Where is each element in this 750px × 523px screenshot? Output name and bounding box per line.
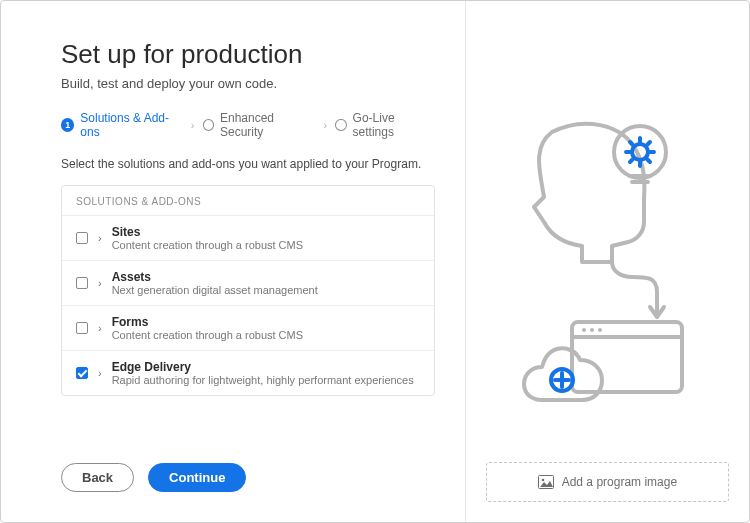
breadcrumb-step-security[interactable]: Enhanced Security	[203, 111, 316, 139]
chevron-right-icon[interactable]: ›	[98, 322, 102, 334]
chevron-right-icon: ›	[191, 119, 195, 131]
solution-text: Assets Next generation digital asset man…	[112, 270, 318, 296]
solution-text: Sites Content creation through a robust …	[112, 225, 303, 251]
step-circle-icon	[335, 119, 346, 131]
step-number-icon: 1	[61, 118, 74, 132]
left-panel: Set up for production Build, test and de…	[1, 1, 465, 522]
breadcrumb-label: Go-Live settings	[353, 111, 435, 139]
step-circle-icon	[203, 119, 214, 131]
breadcrumb-step-golive[interactable]: Go-Live settings	[335, 111, 435, 139]
continue-button[interactable]: Continue	[148, 463, 246, 492]
checkbox-icon[interactable]	[76, 277, 88, 289]
page-title: Set up for production	[61, 39, 435, 70]
image-icon	[538, 475, 554, 489]
solutions-header: SOLUTIONS & ADD-ONS	[62, 186, 434, 215]
idea-cloud-icon	[512, 112, 702, 412]
chevron-right-icon[interactable]: ›	[98, 232, 102, 244]
illustration	[512, 61, 702, 462]
checkbox-icon[interactable]	[76, 232, 88, 244]
chevron-right-icon: ›	[323, 119, 327, 131]
solution-desc: Content creation through a robust CMS	[112, 239, 303, 251]
breadcrumb: 1 Solutions & Add-ons › Enhanced Securit…	[61, 111, 435, 139]
solutions-list: SOLUTIONS & ADD-ONS › Sites Content crea…	[61, 185, 435, 396]
solution-desc: Content creation through a robust CMS	[112, 329, 303, 341]
checkbox-icon[interactable]	[76, 322, 88, 334]
setup-modal: Set up for production Build, test and de…	[0, 0, 750, 523]
svg-rect-2	[572, 322, 682, 392]
solution-title: Sites	[112, 225, 303, 239]
instructions-text: Select the solutions and add-ons you wan…	[61, 157, 435, 171]
breadcrumb-label: Enhanced Security	[220, 111, 315, 139]
solution-text: Forms Content creation through a robust …	[112, 315, 303, 341]
solution-text: Edge Delivery Rapid authoring for lightw…	[112, 360, 414, 386]
breadcrumb-label: Solutions & Add-ons	[80, 111, 183, 139]
page-subtitle: Build, test and deploy your own code.	[61, 76, 435, 91]
svg-point-0	[614, 126, 666, 178]
add-program-image-button[interactable]: Add a program image	[486, 462, 729, 502]
checkbox-icon[interactable]	[76, 367, 88, 379]
solution-item-forms[interactable]: › Forms Content creation through a robus…	[62, 305, 434, 350]
footer-buttons: Back Continue	[61, 433, 435, 492]
solution-title: Edge Delivery	[112, 360, 414, 374]
add-image-label: Add a program image	[562, 475, 677, 489]
solution-item-sites[interactable]: › Sites Content creation through a robus…	[62, 215, 434, 260]
right-panel: Add a program image	[465, 1, 749, 522]
svg-point-5	[541, 479, 544, 482]
breadcrumb-step-solutions[interactable]: 1 Solutions & Add-ons	[61, 111, 183, 139]
solution-item-edge-delivery[interactable]: › Edge Delivery Rapid authoring for ligh…	[62, 350, 434, 395]
solution-title: Assets	[112, 270, 318, 284]
solution-desc: Next generation digital asset management	[112, 284, 318, 296]
solution-desc: Rapid authoring for lightweight, highly …	[112, 374, 414, 386]
back-button[interactable]: Back	[61, 463, 134, 492]
chevron-right-icon[interactable]: ›	[98, 367, 102, 379]
solution-item-assets[interactable]: › Assets Next generation digital asset m…	[62, 260, 434, 305]
solution-title: Forms	[112, 315, 303, 329]
chevron-right-icon[interactable]: ›	[98, 277, 102, 289]
